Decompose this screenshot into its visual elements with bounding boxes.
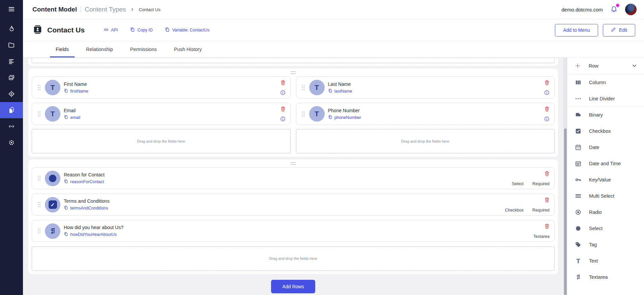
row-drag-handle[interactable] [32, 159, 555, 167]
field-variable-link[interactable]: email [64, 115, 280, 120]
menu-toggle-button[interactable] [0, 0, 23, 18]
field-variable-link[interactable]: firstName [64, 89, 280, 94]
field-variable-link[interactable]: lastName [328, 89, 544, 94]
tab-relationship[interactable]: Relationship [80, 41, 119, 57]
field-type-binary[interactable]: Binary [567, 107, 644, 123]
variable-link[interactable]: Variable: ContactUs [165, 27, 209, 33]
dropzone[interactable]: Drag and drop the fields here [296, 129, 555, 153]
sidebar-item-media[interactable] [0, 70, 23, 86]
sidebar-item-experiments[interactable] [0, 86, 23, 102]
field-variable-link[interactable]: reasonForContact [64, 179, 512, 185]
link-icon [104, 27, 109, 33]
field-card-first-name[interactable]: T First Name firstName [32, 76, 291, 99]
field-info-button[interactable] [544, 116, 549, 122]
drag-handle-icon[interactable] [300, 85, 307, 91]
plus-icon[interactable] [574, 63, 581, 69]
delete-field-button[interactable] [544, 106, 549, 112]
field-type-date[interactable]: Date [567, 139, 644, 155]
user-avatar[interactable] [625, 4, 637, 15]
notifications-button[interactable] [610, 5, 618, 14]
app-root: Content Model Content Types Contact Us d… [0, 0, 644, 295]
field-type-checkbox[interactable]: Checkbox [567, 123, 644, 139]
menu-icon [8, 5, 15, 13]
sidebar-item-content[interactable] [0, 53, 23, 70]
delete-field-button[interactable] [544, 223, 549, 229]
site-selector[interactable]: demo.dotcms.com [561, 7, 603, 13]
api-link[interactable]: API [104, 27, 118, 33]
dropzone[interactable]: Drag and drop the fields here [32, 246, 555, 271]
add-to-menu-button[interactable]: Add to Menu [555, 24, 598, 36]
drag-handle-icon[interactable] [35, 175, 43, 181]
row-palette-header[interactable]: Row [567, 57, 644, 74]
drag-handle-icon[interactable] [35, 202, 43, 207]
field-type-textarea[interactable]: Textarea [567, 269, 644, 285]
sidebar-item-home[interactable] [0, 21, 23, 37]
field-type-tag[interactable]: Tag [567, 237, 644, 253]
field-variable-link[interactable]: phoneNumber [328, 115, 544, 120]
drag-handle-icon[interactable] [35, 228, 43, 234]
sidebar-item-content-model[interactable] [0, 102, 23, 118]
field-card-terms-and-conditions[interactable]: ✓ Terms and Conditions termsAndCondition… [32, 194, 555, 216]
equals-handle-icon [291, 162, 296, 165]
textarea-icon [574, 274, 582, 280]
field-type-select[interactable]: Select [567, 220, 644, 237]
add-rows-button[interactable]: Add Rows [271, 280, 316, 293]
breadcrumb-section[interactable]: Content Model [32, 6, 77, 13]
vertical-scrollbar[interactable] [563, 57, 567, 295]
delete-field-button[interactable] [280, 80, 286, 85]
field-info-button[interactable] [544, 90, 549, 95]
field-card-email[interactable]: T Email email [32, 103, 291, 125]
field-variable: firstName [70, 89, 88, 94]
copy-icon [328, 89, 332, 94]
delete-field-button[interactable] [544, 197, 549, 203]
breadcrumb-subsection[interactable]: Content Types [85, 6, 126, 13]
dropzone[interactable] [32, 58, 555, 63]
drag-handle-icon[interactable] [300, 111, 307, 117]
field-type-column[interactable]: Column [567, 74, 644, 91]
field-variable-link[interactable]: howDidYouHearAboutUs [64, 232, 533, 237]
edit-button[interactable]: Edit [603, 24, 635, 36]
scrollbar-thumb[interactable] [564, 128, 567, 295]
field-card-reason-for-contact[interactable]: Reason for Contact reasonForContact Sele… [32, 167, 555, 189]
text-field-icon: T [309, 106, 325, 122]
field-card-how-did-you-hear-about-us[interactable]: How did you hear about Us? howDidYouHear… [32, 220, 555, 242]
chevron-right-icon [130, 7, 135, 12]
delete-field-button[interactable] [544, 80, 549, 85]
topbar: Content Model Content Types Contact Us d… [23, 0, 644, 19]
nav-group [0, 21, 23, 151]
dropzone[interactable]: Drag and drop the fields here [32, 129, 291, 153]
delete-field-button[interactable] [544, 171, 549, 176]
tab-push-history[interactable]: Push History [168, 41, 207, 57]
copy-id-link[interactable]: Copy ID [130, 27, 153, 33]
copy-icon [64, 205, 68, 211]
sidebar-item-settings[interactable] [0, 134, 23, 151]
field-type-date-and-time[interactable]: Date and Time [567, 155, 644, 172]
tab-permissions[interactable]: Permissions [125, 41, 163, 57]
text-field-icon: T [309, 80, 325, 95]
chevron-down-icon[interactable] [632, 63, 637, 69]
drag-handle-icon[interactable] [35, 85, 43, 91]
field-info-button[interactable] [280, 116, 286, 122]
field-card-phone-number[interactable]: T Phone Number phoneNumber [296, 103, 555, 125]
field-type-text[interactable]: T Text [567, 253, 644, 269]
field-type-line-divider[interactable]: Line Divider [567, 91, 644, 107]
field-type-key-value[interactable]: Key/Value [567, 172, 644, 188]
drag-handle-icon[interactable] [35, 111, 43, 117]
field-type-multi-select[interactable]: Multi Select [567, 188, 644, 204]
tag-icon [574, 241, 582, 248]
field-name: Last Name [328, 81, 544, 87]
field-type-radio[interactable]: Radio [567, 204, 644, 220]
sidebar-item-site-browser[interactable] [0, 37, 23, 53]
tab-fields[interactable]: Fields [50, 41, 75, 57]
field-variable-link[interactable]: termsAndConditions [64, 205, 505, 211]
field-info-button[interactable] [280, 90, 286, 95]
variable-label: Variable: ContactUs [172, 28, 209, 32]
field-card-last-name[interactable]: T Last Name lastName [296, 76, 555, 99]
field-variable: phoneNumber [334, 115, 361, 120]
text-field-icon: T [45, 80, 60, 95]
row-drag-handle[interactable] [32, 69, 555, 76]
field-variable: howDidYouHearAboutUs [70, 232, 117, 237]
workspace: T First Name firstName [23, 57, 644, 295]
sidebar-item-dev-tools[interactable] [0, 118, 23, 134]
delete-field-button[interactable] [280, 106, 286, 112]
